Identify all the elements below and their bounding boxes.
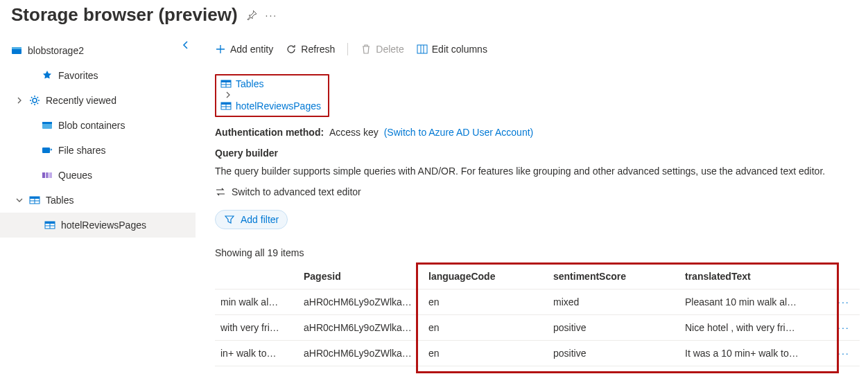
sidebar-item-favorites[interactable]: Favorites [0,63,196,88]
main-content: Add entity Refresh Delete [196,31,868,366]
sidebar-item-queues[interactable]: Queues [0,163,196,188]
sidebar-item-label: Favorites [58,70,98,81]
sidebar-item-label: hotelReviewsPages [61,220,146,231]
breadcrumb-current[interactable]: hotelReviewsPages [220,100,321,112]
page-title: Storage browser (preview) [11,4,238,26]
column-header[interactable] [215,264,298,289]
table-row[interactable]: min walk al… aHR0cHM6Ly9oZWlkaW… en mixe… [215,289,860,315]
table-row[interactable]: with very fri… aHR0cHM6Ly9oZWlkaW… en po… [215,315,860,341]
breadcrumb: Tables hotelReviewsPages [215,74,860,117]
columns-icon [417,44,428,55]
svg-point-2 [33,98,37,103]
chevron-right-icon [15,97,24,104]
gear-icon [29,95,40,106]
sidebar-item-label: File shares [58,145,105,156]
chevron-right-icon [225,89,232,100]
svg-rect-5 [42,148,50,153]
row-menu-icon[interactable]: ··· [832,289,860,315]
chevron-down-icon [15,197,24,204]
storage-account-icon [11,45,22,56]
sidebar-item-recent[interactable]: Recently viewed [0,88,196,113]
fileshare-icon [42,145,53,156]
star-icon [42,70,53,81]
svg-rect-6 [42,172,45,178]
svg-rect-17 [417,45,427,53]
sidebar-item-label: Tables [46,195,73,206]
sidebar-account[interactable]: blobstorage2 [0,38,196,63]
svg-rect-7 [46,172,49,178]
table-icon [29,195,40,206]
row-menu-icon[interactable]: ··· [832,341,860,366]
column-header-translatedtext[interactable]: translatedText [679,264,832,289]
switch-editor-button[interactable]: Switch to advanced text editor [215,186,860,197]
blob-icon [42,120,53,131]
auth-method: Authentication method: Access key (Switc… [215,127,860,138]
sidebar-item-tables[interactable]: Tables [0,188,196,213]
pin-icon[interactable] [246,10,257,21]
refresh-icon [286,44,297,55]
sidebar-item-label: Queues [58,170,92,181]
toolbar: Add entity Refresh Delete [215,31,860,62]
filter-icon [224,214,235,225]
sidebar-item-label: Recently viewed [46,95,116,106]
column-header-sentimentscore[interactable]: sentimentScore [548,264,679,289]
trash-icon [361,44,372,55]
edit-columns-button[interactable]: Edit columns [417,44,487,55]
add-entity-button[interactable]: Add entity [215,44,273,55]
sidebar-item-label: Blob containers [58,120,125,131]
collapse-sidebar-icon[interactable] [182,41,190,49]
add-filter-button[interactable]: Add filter [215,210,288,229]
column-header-languagecode[interactable]: languageCode [423,264,548,289]
svg-rect-4 [42,122,52,124]
table-row[interactable]: in+ walk to… aHR0cHM6Ly9oZWlkaW… en posi… [215,341,860,366]
row-menu-icon[interactable]: ··· [832,315,860,341]
breadcrumb-tables[interactable]: Tables [220,78,321,89]
sidebar-item-hotelreviewspages[interactable]: hotelReviewsPages [0,213,196,238]
more-icon[interactable]: ··· [266,10,278,21]
svg-rect-8 [49,172,52,178]
table-icon [220,78,232,89]
table-icon [220,100,232,112]
toolbar-separator [347,43,348,55]
sidebar-item-blob[interactable]: Blob containers [0,113,196,138]
query-builder-help: The query builder supports simple querie… [215,166,860,177]
results-count: Showing all 19 items [215,247,860,258]
sidebar-account-label: blobstorage2 [28,45,84,56]
switch-auth-link[interactable]: (Switch to Azure AD User Account) [384,127,534,138]
svg-rect-1 [12,47,21,49]
results-table: Pagesid languageCode sentimentScore tran… [215,264,860,366]
queue-icon [42,170,53,181]
swap-icon [215,186,226,197]
sidebar-item-fileshares[interactable]: File shares [0,138,196,163]
refresh-button[interactable]: Refresh [286,44,335,55]
delete-button: Delete [361,44,403,55]
column-header-pagesid[interactable]: Pagesid [298,264,423,289]
plus-icon [215,44,226,55]
sidebar: blobstorage2 Favorites Rec [0,31,196,366]
query-builder-title: Query builder [215,148,860,159]
table-icon [44,220,55,231]
